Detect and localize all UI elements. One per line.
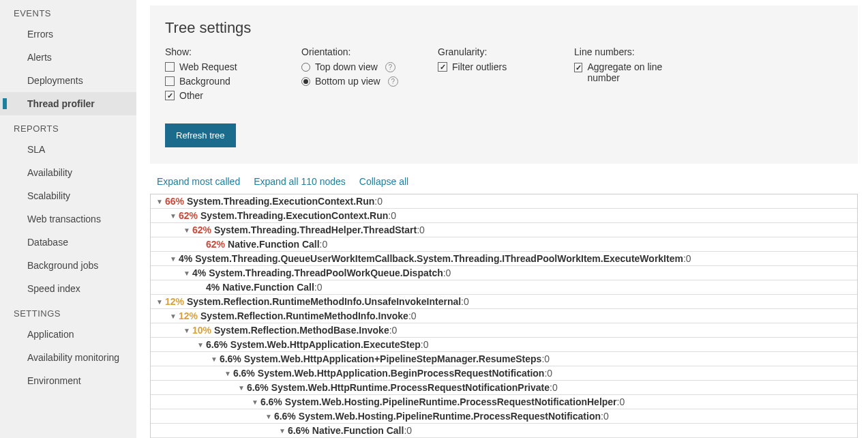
sidebar-item[interactable]: Web transactions (0, 207, 136, 231)
tree-row[interactable]: 12%System.Reflection.RuntimeMethodInfo.I… (151, 308, 857, 323)
top-down-radio-row[interactable]: Top down view ? (301, 61, 404, 72)
sidebar-item[interactable]: Alerts (0, 46, 136, 69)
percentage: 62% (192, 224, 211, 235)
background-checkbox-row[interactable]: Background (165, 76, 267, 87)
node-suffix: :0 (550, 382, 558, 393)
top-down-label: Top down view (315, 61, 378, 72)
sidebar-item[interactable]: SLA (0, 138, 136, 161)
bottom-up-radio-row[interactable]: Bottom up view ? (301, 76, 404, 87)
sidebar-item[interactable]: Database (0, 231, 136, 254)
sidebar-item[interactable]: Application (0, 323, 136, 346)
tree-row[interactable]: 62%System.Threading.ThreadHelper.ThreadS… (151, 222, 857, 237)
node-suffix: :0 (443, 267, 451, 278)
expand-most-called-link[interactable]: Expand most called (157, 176, 240, 187)
tree-row[interactable]: 10%System.Reflection.MethodBase.Invoke :… (151, 323, 857, 337)
node-suffix: :0 (617, 396, 625, 407)
node-name: System.Web.Hosting.PipelineRuntime.Proce… (299, 411, 601, 422)
tree-row[interactable]: 6.6%System.Web.HttpApplication.ExecuteSt… (151, 337, 857, 351)
web-request-checkbox[interactable] (165, 62, 175, 72)
caret-icon[interactable] (183, 327, 190, 334)
node-suffix: :0 (461, 296, 469, 307)
tree-row[interactable]: 6.6%System.Web.HttpRuntime.ProcessReques… (151, 380, 857, 394)
web-request-checkbox-row[interactable]: Web Request (165, 61, 267, 72)
background-label: Background (179, 76, 230, 87)
sidebar-item[interactable]: Availability (0, 161, 136, 184)
percentage: 6.6% (206, 339, 228, 350)
percentage: 6.6% (274, 411, 296, 422)
sidebar-section-header: EVENTS (0, 0, 136, 23)
sidebar-item[interactable]: Background jobs (0, 254, 136, 277)
top-down-radio[interactable] (301, 63, 310, 72)
caret-icon[interactable] (170, 255, 177, 263)
bottom-up-radio[interactable] (301, 77, 310, 86)
node-suffix: :0 (683, 253, 691, 264)
node-name: Native.Function Call (228, 239, 320, 250)
caret-icon[interactable] (183, 227, 190, 234)
collapse-all-link[interactable]: Collapse all (359, 176, 408, 187)
aggregate-checkbox[interactable] (574, 63, 582, 72)
other-checkbox-row[interactable]: Other (165, 90, 267, 101)
sidebar-item[interactable]: Deployments (0, 69, 136, 92)
show-column: Show: Web Request Background Other (165, 46, 267, 104)
refresh-tree-button[interactable]: Refresh tree (165, 123, 236, 147)
tree-row[interactable]: 6.6%System.Web.HttpApplication+PipelineS… (151, 351, 857, 366)
node-suffix: :0 (314, 282, 323, 293)
tree-row[interactable]: 62%Native.Function Call :0 (151, 237, 857, 251)
filter-outliers-checkbox[interactable] (438, 62, 447, 72)
caret-icon[interactable] (252, 398, 258, 406)
tree-row[interactable]: 4%System.Threading.ThreadPoolWorkQueue.D… (151, 265, 857, 280)
sidebar-item[interactable]: Scalability (0, 184, 136, 207)
caret-icon[interactable] (170, 312, 177, 320)
aggregate-checkbox-row[interactable]: Aggregate on line number (574, 61, 683, 83)
tree-row[interactable]: 6.6%System.Web.HttpApplication.BeginProc… (151, 366, 857, 380)
tree-row[interactable]: 6.6%System.Web.Hosting.PipelineRuntime.P… (151, 409, 857, 423)
expand-all-link[interactable]: Expand all 110 nodes (254, 176, 346, 187)
other-checkbox[interactable] (165, 91, 175, 100)
node-name: Native.Function Call (222, 282, 314, 293)
tree-row[interactable]: 4%System.Threading.QueueUserWorkItemCall… (151, 251, 857, 265)
sidebar-item[interactable]: Availability monitoring (0, 346, 136, 369)
call-tree: 66%System.Threading.ExecutionContext.Run… (150, 194, 858, 438)
line-numbers-label: Line numbers: (574, 46, 683, 57)
tree-row[interactable]: 6.6%System.Web.Hosting.PipelineRuntime.P… (151, 394, 857, 409)
help-icon[interactable]: ? (385, 62, 395, 72)
caret-icon[interactable] (238, 384, 245, 392)
show-label: Show: (165, 46, 267, 57)
tree-row[interactable]: 6.6%Native.Function Call :0 (151, 423, 857, 437)
sidebar-section-header: SETTINGS (0, 300, 136, 323)
orientation-column: Orientation: Top down view ? Bottom up v… (301, 46, 404, 104)
percentage: 10% (192, 325, 211, 336)
caret-icon[interactable] (197, 341, 204, 349)
caret-icon[interactable] (156, 198, 163, 205)
background-checkbox[interactable] (165, 76, 175, 86)
percentage: 62% (179, 210, 198, 221)
node-suffix: :0 (421, 339, 429, 350)
caret-icon[interactable] (156, 298, 163, 306)
tree-row[interactable]: 12%System.Reflection.RuntimeMethodInfo.U… (151, 294, 857, 308)
caret-icon[interactable] (279, 427, 286, 435)
filter-outliers-label: Filter outliers (452, 61, 507, 72)
caret-icon[interactable] (224, 370, 231, 377)
caret-icon[interactable] (211, 355, 218, 363)
tree-row[interactable]: 4%Native.Function Call :0 (151, 280, 857, 294)
sidebar-item[interactable]: Errors (0, 23, 136, 46)
node-suffix: :0 (404, 425, 412, 436)
node-suffix: :0 (408, 310, 417, 321)
caret-icon[interactable] (183, 269, 190, 277)
tree-row[interactable]: 66%System.Threading.ExecutionContext.Run… (151, 194, 857, 208)
help-icon[interactable]: ? (388, 76, 398, 87)
node-name: System.Threading.ExecutionContext.Run (200, 210, 388, 221)
percentage: 6.6% (233, 368, 255, 379)
tree-row[interactable]: 62%System.Threading.ExecutionContext.Run… (151, 208, 857, 222)
node-suffix: :0 (320, 239, 328, 250)
percentage: 4% (206, 282, 220, 293)
caret-icon[interactable] (170, 212, 177, 220)
filter-outliers-checkbox-row[interactable]: Filter outliers (438, 61, 540, 72)
caret-icon[interactable] (265, 413, 272, 420)
node-name: System.Web.HttpApplication.ExecuteStep (230, 339, 421, 350)
sidebar-item[interactable]: Environment (0, 369, 136, 392)
node-name: System.Threading.ThreadPoolWorkQueue.Dis… (209, 267, 443, 278)
sidebar-item[interactable]: Speed index (0, 277, 136, 300)
bottom-up-label: Bottom up view (315, 76, 380, 87)
sidebar-item[interactable]: Thread profiler (0, 92, 136, 115)
